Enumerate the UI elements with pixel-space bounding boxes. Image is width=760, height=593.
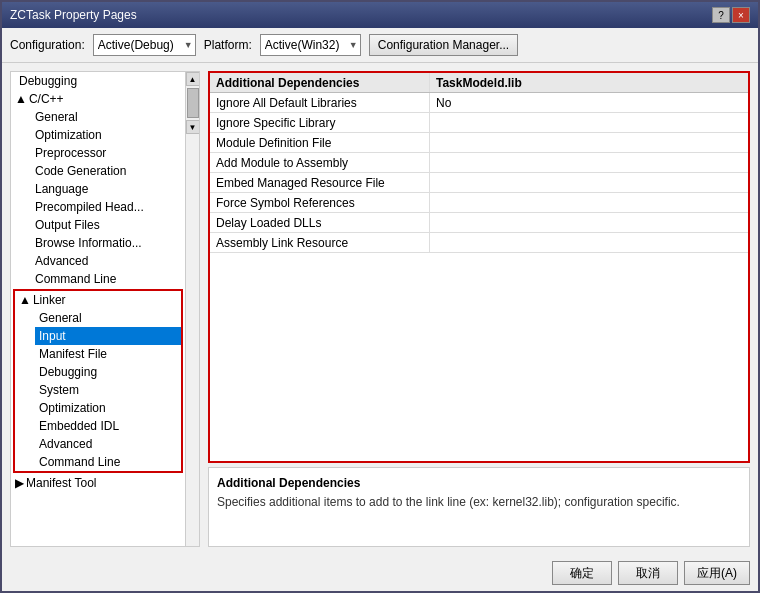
prop-value-3 <box>430 153 748 172</box>
cancel-button[interactable]: 取消 <box>618 561 678 585</box>
apply-button[interactable]: 应用(A) <box>684 561 750 585</box>
prop-value-1 <box>430 113 748 132</box>
tree-item-optimization[interactable]: Optimization <box>31 126 185 144</box>
prop-name-6: Delay Loaded DLLs <box>210 213 430 232</box>
main-window: ZCTask Property Pages ? × Configuration:… <box>0 0 760 593</box>
prop-header-row: Additional Dependencies TaskModeld.lib <box>210 73 748 93</box>
tree-item-browse-info[interactable]: Browse Informatio... <box>31 234 171 252</box>
platform-select[interactable]: Active(Win32) <box>260 34 361 56</box>
tree-item-language[interactable]: Language <box>31 180 185 198</box>
tree-item-debugging[interactable]: Debugging <box>11 72 185 90</box>
tree-item-output-files[interactable]: Output Files <box>31 216 185 234</box>
tree-item-manifest-tool[interactable]: ▶ Manifest Tool <box>11 474 185 492</box>
tree-item-linker-debugging[interactable]: Debugging <box>35 363 181 381</box>
configuration-select[interactable]: Active(Debug) <box>93 34 196 56</box>
tree-item-command-line-cpp[interactable]: Command Line <box>31 270 185 288</box>
prop-value-7 <box>430 233 748 252</box>
config-manager-button[interactable]: Configuration Manager... <box>369 34 518 56</box>
prop-name-2: Module Definition File <box>210 133 430 152</box>
cpp-expand-icon: ▲ <box>15 92 27 106</box>
tree-item-advanced-cpp[interactable]: Advanced <box>31 252 185 270</box>
prop-header-value-text: TaskModeld.lib <box>436 76 522 90</box>
prop-name-7: Assembly Link Resource <box>210 233 430 252</box>
configuration-label: Configuration: <box>10 38 85 52</box>
button-row: 确定 取消 应用(A) <box>2 555 758 591</box>
window-title: ZCTask Property Pages <box>10 8 137 22</box>
configuration-select-wrapper: Active(Debug) ▼ <box>93 34 196 56</box>
prop-row-2[interactable]: Module Definition File <box>210 133 748 153</box>
prop-row-0[interactable]: Ignore All Default Libraries No <box>210 93 748 113</box>
prop-name-5: Force Symbol References <box>210 193 430 212</box>
tree-item-linker-cmdline[interactable]: Command Line <box>35 453 181 471</box>
prop-value-2 <box>430 133 748 152</box>
platform-select-wrapper: Active(Win32) ▼ <box>260 34 361 56</box>
window-controls: ? × <box>712 7 750 23</box>
prop-value-6 <box>430 213 748 232</box>
prop-header-value: TaskModeld.lib <box>430 73 748 92</box>
tree-item-linker-advanced[interactable]: Advanced <box>35 435 181 453</box>
help-button[interactable]: ? <box>712 7 730 23</box>
desc-title: Additional Dependencies <box>217 476 741 490</box>
prop-name-4: Embed Managed Resource File <box>210 173 430 192</box>
tree-item-linker-optimization[interactable]: Optimization <box>35 399 181 417</box>
manifest-expand-icon: ▶ <box>15 476 24 490</box>
scroll-down-btn[interactable]: ▼ <box>186 120 200 134</box>
main-content: Debugging ▲ C/C++ General Optimization P… <box>2 63 758 555</box>
tree-item-preprocessor[interactable]: Preprocessor <box>31 144 185 162</box>
ok-button[interactable]: 确定 <box>552 561 612 585</box>
desc-text: Specifies additional items to add to the… <box>217 494 741 511</box>
close-button[interactable]: × <box>732 7 750 23</box>
tree-item-cpp-general[interactable]: General <box>31 108 185 126</box>
tree-item-cpp[interactable]: ▲ C/C++ <box>11 90 185 108</box>
prop-row-1[interactable]: Ignore Specific Library <box>210 113 748 133</box>
left-panel: Debugging ▲ C/C++ General Optimization P… <box>10 71 200 547</box>
properties-table: Additional Dependencies TaskModeld.lib I… <box>208 71 750 463</box>
tree-item-manifest-file[interactable]: Manifest File <box>35 345 181 363</box>
linker-expand-icon: ▲ <box>19 293 31 307</box>
prop-name-1: Ignore Specific Library <box>210 113 430 132</box>
platform-label: Platform: <box>204 38 252 52</box>
title-bar: ZCTask Property Pages ? × <box>2 2 758 28</box>
tree-item-linker[interactable]: ▲ Linker <box>15 291 181 309</box>
prop-value-5 <box>430 193 748 212</box>
tree-item-embedded-idl[interactable]: Embedded IDL <box>35 417 181 435</box>
scroll-thumb[interactable] <box>187 88 199 118</box>
right-panel: Additional Dependencies TaskModeld.lib I… <box>208 71 750 547</box>
prop-row-7[interactable]: Assembly Link Resource <box>210 233 748 253</box>
prop-row-5[interactable]: Force Symbol References <box>210 193 748 213</box>
prop-value-0: No <box>430 93 748 112</box>
prop-value-4 <box>430 173 748 192</box>
prop-name-0: Ignore All Default Libraries <box>210 93 430 112</box>
tree-item-precompiled-headers[interactable]: Precompiled Head... <box>31 198 171 216</box>
tree-item-linker-general[interactable]: General <box>35 309 181 327</box>
scroll-up-btn[interactable]: ▲ <box>186 72 200 86</box>
tree-item-code-generation[interactable]: Code Generation <box>31 162 185 180</box>
tree-item-input[interactable]: Input <box>35 327 181 345</box>
prop-name-3: Add Module to Assembly <box>210 153 430 172</box>
tree-scrollbar[interactable]: ▲ ▼ <box>185 72 199 546</box>
prop-header-name: Additional Dependencies <box>210 73 430 92</box>
description-panel: Additional Dependencies Specifies additi… <box>208 467 750 547</box>
tree-content: Debugging ▲ C/C++ General Optimization P… <box>11 72 185 546</box>
prop-row-3[interactable]: Add Module to Assembly <box>210 153 748 173</box>
tree-item-system[interactable]: System <box>35 381 181 399</box>
prop-row-6[interactable]: Delay Loaded DLLs <box>210 213 748 233</box>
prop-row-4[interactable]: Embed Managed Resource File <box>210 173 748 193</box>
toolbar: Configuration: Active(Debug) ▼ Platform:… <box>2 28 758 63</box>
